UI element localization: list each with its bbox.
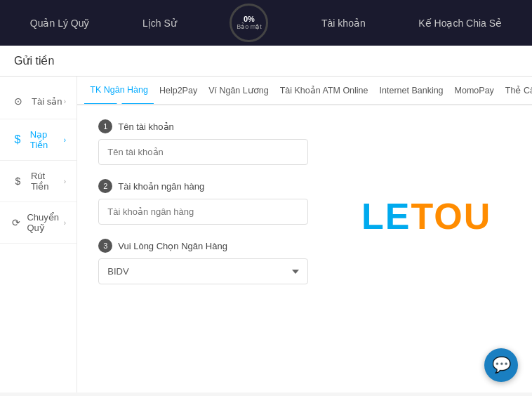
chat-button[interactable]: 💬 bbox=[484, 348, 518, 382]
form-left: 1 Tên tài khoản 2 Tài khoản ngân hàng bbox=[98, 119, 307, 298]
tab-vi-ngan-luong[interactable]: Ví Ngân Lương bbox=[203, 77, 274, 104]
sidebar-label-nap-tien: Nạp Tiền bbox=[30, 129, 64, 150]
nap-tien-icon: $ bbox=[11, 132, 25, 147]
sidebar-item-chuyen-quy[interactable]: ⟳ Chuyển Quỹ › bbox=[0, 202, 77, 244]
tab-help2pay[interactable]: Help2Pay bbox=[154, 77, 203, 104]
sidebar: ⊙ Tài sản › $ Nạp Tiền › $ Rút Tiền › ⟳ … bbox=[0, 77, 77, 392]
tai-san-chevron: › bbox=[64, 97, 67, 105]
tab-momopay[interactable]: MomoPay bbox=[449, 77, 500, 104]
chat-icon: 💬 bbox=[492, 356, 511, 374]
security-circle[interactable]: 0% Bảo mật bbox=[230, 4, 268, 42]
tab-tk-ngan-hang[interactable]: TK Ngân Hàng bbox=[84, 77, 154, 105]
nav-lich-su[interactable]: Lịch Sử bbox=[142, 18, 177, 29]
ten-tai-khoan-input[interactable] bbox=[98, 139, 307, 165]
form-area: 1 Tên tài khoản 2 Tài khoản ngân hàng bbox=[77, 105, 532, 312]
letou-logo: LETOU bbox=[361, 195, 491, 237]
form-right: LETOU bbox=[322, 119, 531, 298]
sidebar-item-rut-tien[interactable]: $ Rút Tiền › bbox=[0, 161, 77, 202]
right-panel: TK Ngân Hàng Help2Pay Ví Ngân Lương Tài … bbox=[77, 77, 532, 392]
form-group-chon-ngan-hang: 3 Vui Lòng Chọn Ngân Hàng BIDV Vietcomba… bbox=[98, 239, 307, 284]
chuyen-quy-chevron: › bbox=[64, 218, 67, 227]
tai-san-icon: ⊙ bbox=[11, 93, 26, 109]
sidebar-item-tai-san[interactable]: ⊙ Tài sản › bbox=[0, 84, 77, 119]
page-title: Gửi tiền bbox=[14, 55, 54, 67]
chuyen-quy-icon: ⟳ bbox=[11, 215, 21, 230]
step-1-label: Tên tài khoản bbox=[118, 121, 174, 132]
nap-tien-chevron: › bbox=[64, 136, 67, 144]
tabs-bar: TK Ngân Hàng Help2Pay Ví Ngân Lương Tài … bbox=[77, 77, 532, 105]
form-group-ten-tai-khoan: 1 Tên tài khoản bbox=[98, 119, 307, 165]
step-3-number: 3 bbox=[98, 239, 112, 253]
tab-tai-khoan-atm[interactable]: Tài Khoản ATM Online bbox=[274, 77, 374, 104]
header-nav: Quản Lý Quỹ Lịch Sử 0% Bảo mật Tài khoản… bbox=[21, 4, 511, 42]
rut-tien-chevron: › bbox=[64, 177, 67, 185]
sidebar-label-tai-san: Tài sản bbox=[32, 96, 62, 107]
security-percent: 0% bbox=[244, 15, 255, 23]
main-content: ⊙ Tài sản › $ Nạp Tiền › $ Rút Tiền › ⟳ … bbox=[0, 77, 532, 392]
sidebar-item-nap-tien[interactable]: $ Nạp Tiền › bbox=[0, 119, 77, 161]
sidebar-label-rut-tien: Rút Tiền bbox=[31, 171, 64, 192]
tai-khoan-ngan-hang-input[interactable] bbox=[98, 199, 307, 225]
letou-tou: TOU bbox=[411, 196, 492, 237]
nav-ke-hoach[interactable]: Kế Hoạch Chia Sẻ bbox=[418, 18, 502, 29]
step-2-number: 2 bbox=[98, 179, 112, 193]
tab-the-cao[interactable]: Thẻ Cào bbox=[500, 77, 532, 104]
ngan-hang-select[interactable]: BIDV Vietcombank Techcombank Agribank MB… bbox=[98, 258, 307, 284]
step-2-label: Tài khoản ngân hàng bbox=[118, 181, 204, 192]
form-group-tai-khoan-ngan-hang: 2 Tài khoản ngân hàng bbox=[98, 179, 307, 225]
nav-quan-ly-quy[interactable]: Quản Lý Quỹ bbox=[30, 18, 90, 29]
page-title-bar: Gửi tiền bbox=[0, 46, 532, 77]
letou-le: LE bbox=[361, 196, 411, 237]
tab-internet-banking[interactable]: Internet Banking bbox=[374, 77, 449, 104]
nav-tai-khoan[interactable]: Tài khoản bbox=[321, 18, 366, 29]
rut-tien-icon: $ bbox=[11, 173, 25, 189]
security-label: Bảo mật bbox=[237, 23, 262, 31]
step-3-label: Vui Lòng Chọn Ngân Hàng bbox=[118, 241, 227, 251]
step-1-number: 1 bbox=[98, 119, 112, 133]
header: Quản Lý Quỹ Lịch Sử 0% Bảo mật Tài khoản… bbox=[0, 0, 532, 46]
sidebar-label-chuyen-quy: Chuyển Quỹ bbox=[27, 212, 63, 233]
